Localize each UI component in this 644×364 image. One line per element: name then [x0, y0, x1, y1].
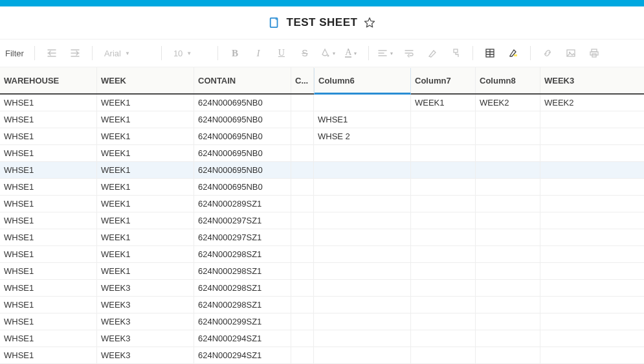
cell[interactable]: WEEK1 [97, 95, 194, 111]
cell[interactable] [314, 347, 411, 363]
cell[interactable] [291, 95, 314, 111]
cell[interactable] [540, 313, 644, 330]
cell[interactable]: WEEK1 [97, 196, 194, 212]
cell[interactable] [411, 280, 476, 296]
cell[interactable]: 624N000299SZ1 [194, 313, 291, 330]
outdent-button[interactable] [40, 44, 63, 62]
cell[interactable] [314, 179, 411, 195]
cell[interactable] [476, 128, 540, 144]
cell[interactable]: WHSE1 [0, 128, 97, 144]
cell[interactable]: WHSE1 [0, 313, 97, 330]
cell[interactable] [476, 145, 540, 161]
cell[interactable]: WHSE1 [0, 263, 97, 279]
cell[interactable] [411, 128, 476, 144]
format-painter-button[interactable] [444, 44, 467, 62]
cell[interactable] [476, 229, 540, 245]
cell[interactable] [291, 162, 314, 178]
cell[interactable]: WEEK3 [97, 347, 194, 363]
cell[interactable] [291, 145, 314, 161]
table-row[interactable]: WHSE1WEEK1624N000695NB0WHSE1 [0, 111, 644, 128]
cell[interactable]: 624N000695NB0 [194, 162, 291, 178]
cell[interactable] [476, 111, 540, 128]
table-row[interactable]: WHSE1WEEK1624N000695NB0 [0, 162, 644, 179]
underline-button[interactable]: U [270, 44, 293, 62]
column-header[interactable]: Column6 [314, 68, 411, 95]
cell[interactable]: 624N000695NB0 [194, 145, 291, 161]
cell[interactable] [411, 330, 476, 347]
table-row[interactable]: WHSE1WEEK3624N000298SZ1 [0, 297, 644, 313]
column-header[interactable]: C... [291, 67, 314, 93]
cell[interactable] [540, 347, 644, 363]
cell[interactable] [314, 95, 411, 111]
cell[interactable]: 624N000695NB0 [194, 179, 291, 195]
cell[interactable] [411, 297, 476, 313]
conditional-format-button[interactable] [478, 44, 502, 62]
cell[interactable] [411, 212, 476, 229]
cell[interactable] [411, 347, 476, 363]
cell[interactable] [411, 111, 476, 128]
italic-button[interactable]: I [247, 44, 270, 62]
cell[interactable]: WEEK2 [476, 95, 540, 111]
cell[interactable] [291, 128, 314, 144]
table-row[interactable]: WHSE1WEEK1624N000695NB0 [0, 179, 644, 196]
cell[interactable]: 624N000297SZ1 [194, 229, 291, 245]
cell[interactable] [540, 162, 644, 178]
cell[interactable]: WHSE1 [0, 145, 97, 161]
column-header[interactable]: CONTAIN [194, 67, 291, 93]
table-row[interactable]: WHSE1WEEK1624N000289SZ1 [0, 196, 644, 212]
image-button[interactable] [559, 44, 583, 62]
cell[interactable]: 624N000297SZ1 [194, 212, 291, 229]
cell[interactable] [540, 128, 644, 144]
cell[interactable] [411, 246, 476, 262]
cell[interactable]: 624N000294SZ1 [194, 330, 291, 347]
cell[interactable] [476, 196, 540, 212]
cell[interactable] [314, 246, 411, 262]
table-row[interactable]: WHSE1WEEK1624N000695NB0WHSE 2 [0, 128, 644, 145]
cell[interactable] [291, 246, 314, 262]
clear-format-button[interactable] [421, 44, 444, 62]
cell[interactable]: WEEK2 [540, 95, 644, 111]
cell[interactable] [476, 179, 540, 195]
table-row[interactable]: WHSE1WEEK1624N000695NB0WEEK1WEEK2WEEK2 [0, 95, 644, 111]
cell[interactable]: WHSE1 [0, 280, 97, 296]
cell[interactable] [291, 347, 314, 363]
table-row[interactable]: WHSE1WEEK1624N000297SZ1 [0, 229, 644, 246]
cell[interactable] [476, 347, 540, 363]
strikethrough-button[interactable]: S [293, 44, 316, 62]
filter-button[interactable]: Filter [3, 49, 29, 58]
cell[interactable]: WHSE1 [0, 246, 97, 262]
bold-button[interactable]: B [223, 44, 247, 62]
cell[interactable] [540, 179, 644, 195]
table-row[interactable]: WHSE1WEEK1624N000298SZ1 [0, 263, 644, 280]
star-favorite-icon[interactable] [364, 17, 375, 28]
cell[interactable] [540, 246, 644, 262]
cell[interactable] [291, 313, 314, 330]
cell[interactable]: WEEK3 [97, 330, 194, 347]
cell[interactable]: 624N000298SZ1 [194, 246, 291, 262]
cell[interactable]: WEEK1 [97, 263, 194, 279]
cell[interactable]: WHSE1 [0, 162, 97, 178]
wrap-button[interactable] [397, 44, 421, 62]
cell[interactable]: WEEK1 [97, 229, 194, 245]
cell[interactable]: WHSE 2 [314, 128, 411, 144]
cell[interactable] [476, 313, 540, 330]
highlight-button[interactable] [502, 44, 525, 62]
cell[interactable] [540, 280, 644, 296]
cell[interactable]: 624N000695NB0 [194, 95, 291, 111]
cell[interactable]: WEEK3 [97, 313, 194, 330]
cell[interactable]: WEEK1 [97, 179, 194, 195]
cell[interactable] [540, 212, 644, 229]
cell[interactable]: WEEK1 [97, 212, 194, 229]
cell[interactable]: WHSE1 [0, 347, 97, 363]
cell[interactable] [291, 196, 314, 212]
cell[interactable] [540, 229, 644, 245]
cell[interactable]: WEEK3 [97, 280, 194, 296]
cell[interactable] [291, 263, 314, 279]
cell[interactable] [314, 212, 411, 229]
cell[interactable] [411, 229, 476, 245]
cell[interactable]: WHSE1 [0, 196, 97, 212]
cell[interactable]: WHSE1 [0, 297, 97, 313]
cell[interactable] [540, 111, 644, 128]
cell[interactable]: 624N000298SZ1 [194, 297, 291, 313]
cell[interactable] [291, 179, 314, 195]
